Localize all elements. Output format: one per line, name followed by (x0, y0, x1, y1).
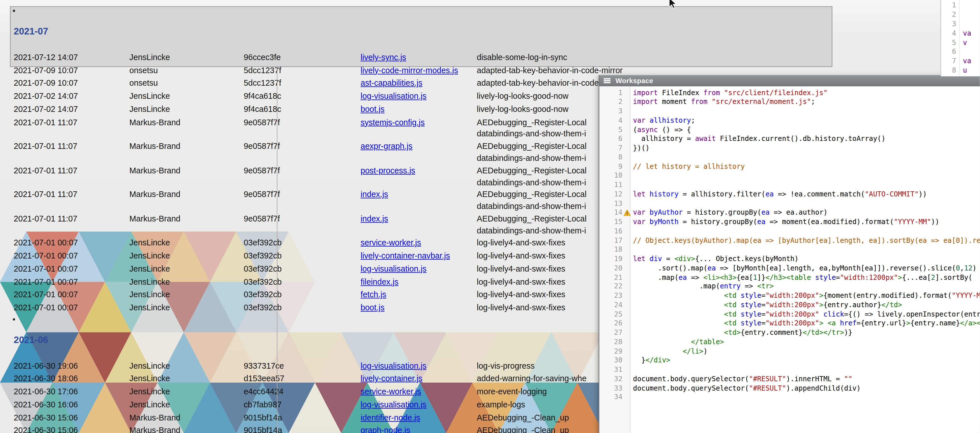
file-link[interactable]: graph-node.js (361, 426, 410, 433)
code-line: // Object.keys(byAuthor).map(ea => [byAu… (633, 236, 980, 245)
code-line: import moment from "src/external/moment.… (633, 97, 980, 107)
file-link[interactable]: index.js (361, 214, 388, 223)
code-line: var byMonth = history.groupBy(ea => mome… (633, 218, 980, 227)
commit-file-cell: aexpr-graph.js (361, 141, 477, 153)
commit-date: 2021-06-30 15:06 (14, 425, 129, 433)
line-number: 30 (599, 356, 630, 365)
code-editor[interactable]: 1234567891011121314!15161718192021222324… (599, 86, 980, 433)
commit-author: onsetsu (129, 77, 243, 90)
commit-author: JensLincke (129, 237, 243, 250)
line-number: 29 (599, 347, 630, 356)
commit-file-cell: log-visualisation.js (361, 90, 477, 103)
line-number: 10 (599, 172, 630, 181)
svg-text:!: ! (625, 211, 628, 216)
side-line-number: 1 (941, 1, 956, 11)
code-line: <td>{entry.comment}</td></tr>)} (633, 329, 980, 338)
side-editor-gutter: 12345678 (941, 0, 960, 76)
commit-file-cell: boot.js (361, 302, 477, 315)
code-line (633, 172, 980, 181)
window-menu-icon[interactable] (604, 78, 610, 83)
line-number: 12 (599, 190, 630, 199)
side-editor-code[interactable]: vavvau (960, 0, 980, 76)
file-link[interactable]: lively-sync.js (361, 53, 406, 62)
side-line-number: 2 (941, 11, 956, 20)
commit-author: JensLincke (129, 250, 243, 263)
code-line: }</div> (633, 356, 980, 365)
commit-hash: 03ef392cb (243, 237, 361, 250)
file-link[interactable]: boot.js (361, 303, 384, 312)
file-link[interactable]: service-worker.js (361, 238, 421, 248)
commit-date: 2021-07-12 14:07 (14, 51, 129, 64)
file-link[interactable]: ast-capabilities.js (361, 78, 423, 88)
code-line: let history = allhistory.filter(ea => !e… (633, 190, 980, 199)
side-code-line: u (963, 67, 980, 76)
side-line-number: 4 (941, 29, 956, 39)
commit-hash: 9e0587f7f (243, 141, 361, 153)
line-number: 27 (599, 329, 630, 338)
side-line-number: 3 (941, 20, 956, 29)
file-link[interactable]: log-visualisation.js (361, 400, 426, 409)
code-line: document.body.querySelector("#RESULT").i… (633, 375, 980, 384)
file-link[interactable]: identifier-node.js (361, 413, 420, 422)
commit-date: 2021-07-09 10:07 (14, 64, 129, 77)
side-code-line: v (963, 38, 980, 48)
file-link[interactable]: fileindex.js (361, 277, 398, 286)
commit-hash: 9e0587f7f (243, 213, 361, 226)
commit-date: 2021-07-01 00:07 (14, 237, 129, 250)
side-code-line: va (963, 57, 980, 67)
editor-gutter: 1234567891011121314!15161718192021222324… (599, 86, 631, 433)
commit-author: Markus-Brand (129, 141, 243, 153)
file-link[interactable]: post-process.js (361, 166, 415, 175)
commit-file-cell: index.js (361, 213, 477, 226)
side-code-line (963, 1, 980, 11)
line-number: 17 (599, 236, 630, 245)
line-number: 32 (599, 375, 630, 384)
commit-hash: 9e0587f7f (243, 116, 361, 129)
file-link[interactable]: lively-code-mirror-modes.js (361, 66, 458, 75)
commit-file-cell: boot.js (361, 103, 477, 116)
file-link[interactable]: lively-container.js (361, 374, 423, 383)
code-line (633, 245, 980, 254)
line-number: 20 (599, 264, 630, 273)
code-line (633, 153, 980, 162)
file-link[interactable]: log-visualisation.js (361, 264, 426, 273)
line-number: 18 (599, 245, 630, 254)
group-bullet: • (13, 5, 837, 18)
commit-date: 2021-07-01 11:07 (14, 189, 129, 201)
commit-author: JensLincke (129, 373, 243, 386)
commit-date: 2021-07-09 10:07 (14, 77, 129, 90)
commit-file-cell: service-worker.js (361, 237, 477, 250)
commit-file-cell: log-visualisation.js (361, 263, 477, 276)
commit-date: 2021-06-30 16:06 (14, 399, 129, 412)
commit-hash: 03ef392cb (243, 276, 361, 289)
file-link[interactable]: aexpr-graph.js (361, 142, 412, 151)
side-line-number: 7 (941, 57, 956, 67)
line-number: 5 (599, 126, 630, 135)
commit-author: JensLincke (129, 276, 243, 289)
commit-message: disable-some-log-in-sync (477, 51, 837, 64)
month-header: 2021-07 (14, 26, 837, 36)
line-number: 6 (599, 135, 630, 144)
file-link[interactable]: fetch.js (361, 290, 387, 299)
file-link[interactable]: log-visualisation.js (361, 361, 426, 371)
file-link[interactable]: index.js (361, 190, 388, 199)
file-link[interactable]: lively-container-navbar.js (361, 251, 450, 260)
line-number: 4 (599, 116, 630, 125)
editor-code[interactable]: import FileIndex from "src/client/filein… (631, 86, 980, 433)
file-link[interactable]: boot.js (361, 104, 384, 114)
commit-hash: 5dcc1237f (243, 64, 361, 77)
code-line: <td style="width:200px" click={() => liv… (633, 310, 980, 319)
window-title: Workspace (616, 77, 653, 84)
commit-author: JensLincke (129, 90, 243, 103)
commit-author: JensLincke (129, 360, 243, 373)
commit-message: adapted-tab-key-behavior-in-code-mirror (477, 64, 837, 77)
code-line: </table> (633, 338, 980, 347)
file-link[interactable]: log-visualisation.js (361, 91, 426, 101)
code-line: (async () => { (633, 126, 980, 135)
commit-file-cell: systemjs-config.js (361, 116, 477, 129)
side-code-line (963, 48, 980, 57)
window-titlebar[interactable]: Workspace (599, 75, 980, 86)
code-line: let div = <div>{... Object.keys(byMonth) (633, 255, 980, 264)
file-link[interactable]: service-worker.js (361, 387, 421, 396)
file-link[interactable]: systemjs-config.js (361, 117, 425, 127)
